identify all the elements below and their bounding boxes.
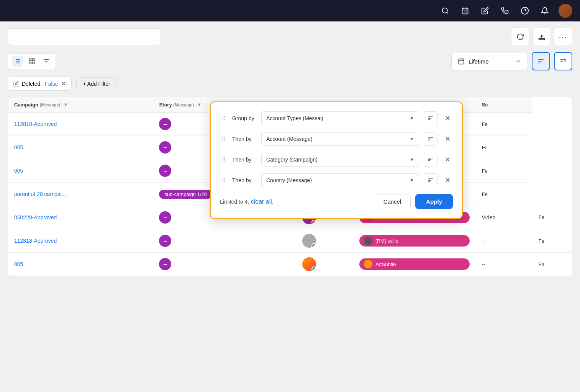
story-minus: – (159, 235, 171, 247)
svg-text:18: 18 (464, 11, 467, 13)
group-row-4: ⠿ Then by Country (Message) ▼ ✕ (220, 173, 453, 187)
category-cell: ArtSubtle (353, 253, 476, 276)
then-by-select-1[interactable]: Account (Message) ▼ (261, 132, 419, 146)
then-sort-toggle-3[interactable] (424, 173, 437, 187)
controls-row: Lifetime (8, 52, 572, 70)
story-minus: – (159, 211, 171, 224)
story-sort-icon[interactable]: ▼ (197, 102, 202, 108)
score-cell: Fe (476, 136, 532, 159)
then-by-value-3: Country (Message) (266, 177, 312, 183)
story-minus: – (159, 165, 171, 177)
limited-text: Limited to 4, (220, 199, 249, 205)
lifetime-selector[interactable]: Lifetime (451, 52, 528, 70)
export-button[interactable] (532, 28, 551, 46)
bell-icon[interactable] (539, 5, 551, 17)
group-by-value: Account Types (Messag (266, 115, 323, 121)
drag-handle[interactable]: ⠿ (220, 115, 228, 122)
story-minus: – (159, 258, 171, 270)
group-by-select[interactable]: Account Types (Messag ▼ (261, 111, 419, 125)
cancel-button[interactable]: Cancel (374, 194, 411, 209)
campaign-link[interactable]: 005 (14, 261, 23, 267)
calendar-icon[interactable]: 18 (459, 5, 471, 17)
score-cell: Fe (476, 183, 532, 206)
campaign-link[interactable]: 005 (14, 168, 23, 174)
story-minus: – (159, 141, 171, 154)
drag-handle[interactable]: ⠿ (220, 156, 228, 163)
apply-button[interactable]: Apply (415, 194, 453, 209)
score-cell: Fe (476, 159, 532, 183)
svg-rect-20 (33, 62, 34, 64)
phone-icon[interactable] (499, 5, 511, 17)
filter-row: Deleted: False ✕ + Add Filter (8, 77, 572, 91)
user-badge-artsubtle: ArtSubtle (359, 258, 470, 270)
table-row: 005 – ArtSubtle -- Fe (8, 253, 572, 276)
group-sort-toggle[interactable] (424, 111, 437, 125)
limited-notice: Limited to 4, clear all. (220, 198, 274, 205)
video-cell: Video (476, 206, 532, 229)
account-avatar (302, 234, 316, 248)
card-view-icon[interactable] (26, 56, 37, 67)
deleted-filter-chip[interactable]: Deleted: False ✕ (8, 77, 72, 91)
then-by-select-2[interactable]: Category (Campaign) ▼ (261, 153, 419, 167)
view-toggle (8, 53, 56, 69)
search-input[interactable] (8, 28, 161, 45)
filter-settings-icon[interactable] (41, 56, 52, 67)
footer-buttons: Cancel Apply (374, 194, 453, 209)
help-icon[interactable] (519, 5, 531, 17)
deleted-value: False (45, 81, 58, 87)
group-row-close[interactable]: ✕ (442, 113, 453, 124)
svg-rect-24 (459, 59, 464, 64)
dialog-footer: Limited to 4, clear all. Cancel Apply (220, 194, 453, 209)
svg-point-0 (442, 8, 447, 13)
then-row-close-2[interactable]: ✕ (442, 154, 453, 165)
dropdown-arrow: ▼ (410, 157, 414, 162)
dropdown-arrow: ▼ (410, 178, 414, 183)
group-row-3: ⠿ Then by Category (Campaign) ▼ ✕ (220, 153, 453, 167)
then-row-close-3[interactable]: ✕ (442, 175, 453, 186)
dropdown-arrow: ▼ (410, 116, 414, 121)
svg-rect-19 (29, 62, 31, 64)
svg-rect-18 (33, 59, 34, 60)
campaign-link[interactable]: 050220-Approved (14, 214, 57, 220)
story-minus: – (159, 118, 171, 130)
more-button[interactable]: ··· (554, 28, 572, 46)
group-sort-button[interactable] (532, 52, 550, 70)
svg-rect-10 (539, 38, 545, 39)
table-row: 112818-Approved – [RM] twilio -- (8, 229, 572, 253)
refresh-button[interactable] (511, 28, 529, 46)
user-badge-twilio: [RM] twilio (359, 235, 470, 247)
sort-button[interactable] (554, 52, 572, 70)
column-campaign[interactable]: Campaign (Message) ▼ (8, 97, 153, 113)
add-filter-button[interactable]: + Add Filter (76, 77, 116, 90)
svg-line-1 (447, 12, 448, 14)
drag-handle[interactable]: ⠿ (220, 136, 228, 143)
column-score: Sc (476, 97, 532, 113)
then-by-select-3[interactable]: Country (Message) ▼ (261, 173, 419, 187)
search-icon[interactable] (439, 5, 451, 17)
campaign-link[interactable]: 005 (14, 144, 23, 150)
then-sort-toggle-1[interactable] (424, 132, 437, 146)
svg-rect-17 (29, 59, 31, 60)
search-toolbar-row: ··· (8, 28, 572, 46)
then-by-value-1: Account (Message) (266, 136, 313, 142)
add-filter-label: + Add Filter (83, 81, 110, 87)
then-by-label-3: Then by (232, 177, 257, 183)
clear-all-link[interactable]: clear all. (251, 198, 274, 205)
drag-handle[interactable]: ⠿ (220, 177, 228, 184)
category-cell: [RM] twilio (353, 229, 476, 253)
edit-icon[interactable] (479, 5, 491, 17)
group-row-2: ⠿ Then by Account (Message) ▼ ✕ (220, 132, 453, 146)
campaign-link[interactable]: 112818-Approved (14, 121, 57, 127)
avatar[interactable] (559, 4, 572, 18)
then-by-value-2: Category (Campaign) (266, 157, 318, 163)
story-badge: sub-campaign 1/20 (159, 190, 212, 199)
then-sort-toggle-2[interactable] (424, 153, 437, 167)
campaign-sort-icon[interactable]: ▼ (63, 102, 68, 108)
campaign-link[interactable]: 112818-Approved (14, 238, 57, 244)
filter-close-icon[interactable]: ✕ (61, 80, 66, 87)
score-cell: Fe (476, 113, 532, 136)
then-row-close-1[interactable]: ✕ (442, 134, 453, 144)
deleted-label: Deleted: (22, 81, 42, 87)
list-view-icon[interactable] (12, 56, 23, 67)
campaign-link[interactable]: parent of 20 campai... (14, 191, 66, 197)
